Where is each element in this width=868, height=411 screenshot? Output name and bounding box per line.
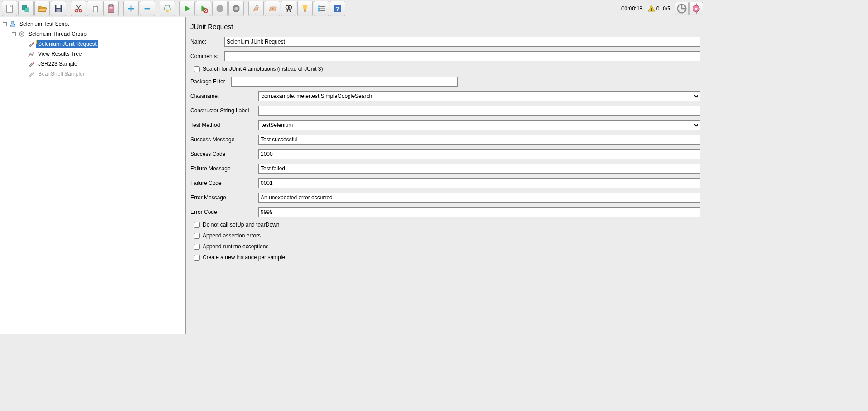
clear-all-button[interactable]: [265, 1, 280, 16]
paste-icon: [106, 4, 116, 14]
error-msg-label: Error Message: [190, 194, 258, 201]
collapse-icon: [142, 4, 152, 14]
svg-line-22: [204, 9, 207, 12]
cut-icon: [73, 4, 83, 14]
help-button[interactable]: ?: [330, 1, 345, 16]
append-assertion-checkbox[interactable]: [194, 233, 200, 239]
tree-label: View Results Tree: [36, 50, 84, 58]
shutdown-button[interactable]: [228, 1, 244, 16]
tree-node-threadgroup[interactable]: - Selenium Thread Group: [1, 29, 184, 39]
tree-label: Selenium Thread Group: [27, 30, 88, 38]
tree-node-view-results[interactable]: View Results Tree: [1, 49, 184, 59]
templates-button[interactable]: [18, 1, 34, 16]
expand-icon: [126, 4, 136, 14]
comments-input[interactable]: [224, 51, 700, 61]
collapse-button[interactable]: [140, 1, 155, 16]
error-code-label: Error Code: [190, 209, 258, 215]
svg-point-23: [234, 7, 238, 10]
copy-button[interactable]: [87, 1, 102, 16]
open-button[interactable]: [34, 1, 50, 16]
new-button[interactable]: [2, 1, 17, 16]
stop-icon: [215, 4, 225, 14]
sampler-icon: [28, 40, 35, 48]
tree-node-beanshell[interactable]: BeanShell Sampler: [1, 69, 184, 79]
svg-rect-5: [56, 9, 60, 11]
save-button[interactable]: [51, 1, 66, 16]
thread-count-display: 0/5: [663, 5, 670, 12]
constructor-input[interactable]: [258, 106, 700, 116]
collapse-expand-icon: [690, 2, 703, 15]
warnings-indicator[interactable]: ! 0: [647, 5, 659, 13]
error-msg-input[interactable]: [258, 193, 700, 203]
threads-indicator-icon: [675, 2, 688, 15]
no-setup-teardown-checkbox[interactable]: [194, 222, 200, 228]
results-tree-icon: [28, 50, 35, 58]
search-button[interactable]: [281, 1, 296, 16]
comments-label: Comments:: [190, 53, 224, 59]
svg-point-44: [21, 33, 23, 35]
cut-button[interactable]: [71, 1, 86, 16]
svg-rect-30: [318, 8, 320, 10]
toggle-icon: [162, 4, 172, 14]
reset-search-button[interactable]: [297, 1, 313, 16]
search-icon: [284, 4, 294, 14]
error-code-input[interactable]: [258, 207, 700, 217]
svg-point-20: [166, 10, 169, 12]
tree-node-junit-request[interactable]: Selenium JUnit Request: [1, 39, 184, 49]
svg-text:!: !: [650, 7, 652, 11]
svg-rect-12: [108, 5, 114, 12]
new-instance-checkbox[interactable]: [194, 255, 200, 261]
constructor-label: Constructor String Label: [190, 107, 258, 114]
no-setup-teardown-label: Do not call setUp and tearDown: [203, 222, 279, 228]
timer-display: 00:00:18: [621, 5, 643, 12]
reset-search-icon: [300, 4, 310, 14]
threads-indicator-button[interactable]: [675, 2, 689, 15]
tree-toggle-icon[interactable]: -: [3, 22, 7, 26]
tree-node-jsr223[interactable]: JSR223 Sampler: [1, 59, 184, 69]
test-method-label: Test Method: [190, 122, 258, 128]
toggle-button[interactable]: [160, 1, 175, 16]
tree-label: Selenium JUnit Request: [36, 40, 98, 48]
success-msg-label: Success Message: [190, 136, 258, 143]
svg-rect-2: [25, 8, 29, 12]
copy-icon: [90, 4, 100, 14]
svg-text:?: ?: [336, 5, 339, 12]
classname-select[interactable]: com.example.jmetertest.SimpleGoogleSearc…: [258, 91, 700, 101]
warnings-count: 0: [656, 5, 659, 12]
function-helper-button[interactable]: [314, 1, 329, 16]
collapse-expand-button[interactable]: [689, 2, 703, 15]
main-toolbar: ? 00:00:18 ! 0 0/5: [0, 0, 705, 17]
warning-icon: !: [647, 5, 655, 13]
svg-point-50: [32, 55, 33, 56]
success-code-input[interactable]: [258, 149, 700, 159]
failure-msg-input[interactable]: [258, 164, 700, 174]
expand-button[interactable]: [123, 1, 139, 16]
test-method-select[interactable]: testSelenium: [258, 120, 700, 130]
function-helper-icon: [316, 4, 326, 14]
tree-toggle-icon[interactable]: -: [12, 32, 16, 36]
success-msg-input[interactable]: [258, 135, 700, 145]
failure-msg-label: Failure Message: [190, 165, 258, 172]
tree-label: Selenium Test Script: [18, 20, 71, 28]
package-filter-input[interactable]: [231, 77, 458, 87]
clear-button[interactable]: [248, 1, 264, 16]
name-label: Name:: [190, 39, 224, 45]
test-plan-tree[interactable]: - Selenium Test Script - Selenium Thread…: [0, 17, 186, 334]
start-button[interactable]: [179, 1, 195, 16]
start-icon: [182, 4, 192, 14]
start-no-timers-button[interactable]: [196, 1, 211, 16]
name-input[interactable]: [224, 37, 700, 47]
templates-icon: [21, 4, 31, 14]
append-runtime-checkbox[interactable]: [194, 244, 200, 250]
svg-rect-11: [93, 6, 97, 12]
new-file-icon: [5, 4, 15, 14]
junit4-checkbox[interactable]: [194, 66, 200, 72]
tree-node-testplan[interactable]: - Selenium Test Script: [1, 19, 184, 29]
failure-code-input[interactable]: [258, 178, 700, 188]
stop-button[interactable]: [212, 1, 228, 16]
failure-code-label: Failure Code: [190, 180, 258, 186]
classname-label: Classname:: [190, 93, 258, 99]
paste-button[interactable]: [103, 1, 119, 16]
tree-label: BeanShell Sampler: [36, 70, 87, 78]
clear-icon: [251, 4, 261, 14]
